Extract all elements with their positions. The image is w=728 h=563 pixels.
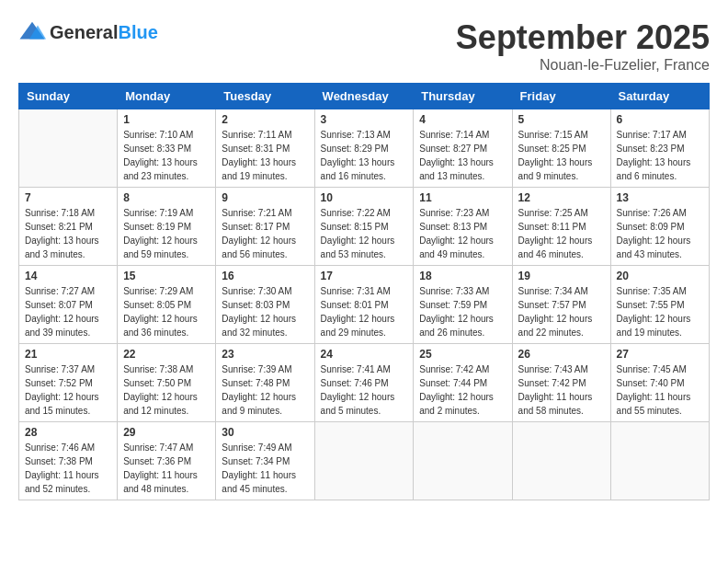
day-info: Sunrise: 7:14 AMSunset: 8:27 PMDaylight:… — [419, 128, 506, 183]
day-number: 24 — [321, 348, 408, 361]
calendar-cell: 3Sunrise: 7:13 AMSunset: 8:29 PMDaylight… — [314, 109, 414, 188]
calendar-header-thursday: Thursday — [414, 84, 512, 109]
calendar-cell: 5Sunrise: 7:15 AMSunset: 8:25 PMDaylight… — [512, 109, 610, 188]
day-number: 3 — [321, 113, 408, 126]
day-info: Sunrise: 7:45 AMSunset: 7:40 PMDaylight:… — [617, 362, 703, 418]
day-info: Sunrise: 7:43 AMSunset: 7:42 PMDaylight:… — [518, 362, 605, 418]
day-number: 28 — [25, 426, 111, 439]
calendar-cell: 16Sunrise: 7:30 AMSunset: 8:03 PMDayligh… — [216, 266, 314, 344]
calendar-header-friday: Friday — [512, 84, 610, 109]
day-info: Sunrise: 7:19 AMSunset: 8:19 PMDaylight:… — [123, 206, 210, 261]
day-number: 19 — [518, 270, 605, 282]
calendar-table: SundayMondayTuesdayWednesdayThursdayFrid… — [18, 83, 710, 500]
day-number: 4 — [419, 113, 506, 126]
logo: GeneralBlue — [18, 18, 158, 46]
day-info: Sunrise: 7:41 AMSunset: 7:46 PMDaylight:… — [321, 362, 408, 418]
calendar-week-row: 7Sunrise: 7:18 AMSunset: 8:21 PMDaylight… — [19, 188, 710, 266]
day-info: Sunrise: 7:30 AMSunset: 8:03 PMDaylight:… — [222, 284, 308, 339]
day-info: Sunrise: 7:23 AMSunset: 8:13 PMDaylight:… — [419, 206, 506, 261]
day-info: Sunrise: 7:11 AMSunset: 8:31 PMDaylight:… — [222, 128, 308, 183]
day-number: 12 — [518, 191, 605, 204]
day-number: 6 — [617, 113, 703, 126]
day-number: 29 — [123, 426, 210, 439]
day-number: 22 — [123, 348, 210, 361]
day-number: 1 — [123, 113, 210, 126]
calendar-cell: 24Sunrise: 7:41 AMSunset: 7:46 PMDayligh… — [314, 344, 414, 422]
title-block: September 2025 Nouan-le-Fuzelier, France — [456, 18, 710, 74]
calendar-week-row: 28Sunrise: 7:46 AMSunset: 7:38 PMDayligh… — [19, 422, 710, 500]
page-header: GeneralBlue September 2025 Nouan-le-Fuze… — [18, 18, 710, 74]
day-info: Sunrise: 7:10 AMSunset: 8:33 PMDaylight:… — [123, 128, 210, 183]
calendar-cell: 28Sunrise: 7:46 AMSunset: 7:38 PMDayligh… — [19, 422, 118, 500]
day-info: Sunrise: 7:25 AMSunset: 8:11 PMDaylight:… — [518, 206, 605, 261]
calendar-header-saturday: Saturday — [610, 84, 709, 109]
day-info: Sunrise: 7:47 AMSunset: 7:36 PMDaylight:… — [123, 441, 210, 496]
calendar-cell: 19Sunrise: 7:34 AMSunset: 7:57 PMDayligh… — [512, 266, 610, 344]
calendar-cell — [610, 422, 709, 500]
day-number: 14 — [25, 270, 111, 282]
calendar-cell: 22Sunrise: 7:38 AMSunset: 7:50 PMDayligh… — [118, 344, 216, 422]
logo-icon — [18, 18, 46, 46]
day-info: Sunrise: 7:33 AMSunset: 7:59 PMDaylight:… — [419, 284, 506, 339]
calendar-cell — [414, 422, 512, 500]
day-number: 16 — [222, 270, 308, 282]
day-number: 18 — [419, 270, 506, 282]
calendar-cell: 8Sunrise: 7:19 AMSunset: 8:19 PMDaylight… — [118, 188, 216, 266]
calendar-cell: 7Sunrise: 7:18 AMSunset: 8:21 PMDaylight… — [19, 188, 118, 266]
day-info: Sunrise: 7:35 AMSunset: 7:55 PMDaylight:… — [617, 284, 703, 339]
calendar-week-row: 1Sunrise: 7:10 AMSunset: 8:33 PMDaylight… — [19, 109, 710, 188]
day-number: 2 — [222, 113, 308, 126]
calendar-cell — [512, 422, 610, 500]
day-info: Sunrise: 7:29 AMSunset: 8:05 PMDaylight:… — [123, 284, 210, 339]
day-number: 8 — [123, 191, 210, 204]
calendar-cell: 10Sunrise: 7:22 AMSunset: 8:15 PMDayligh… — [314, 188, 414, 266]
calendar-week-row: 14Sunrise: 7:27 AMSunset: 8:07 PMDayligh… — [19, 266, 710, 344]
calendar-cell: 11Sunrise: 7:23 AMSunset: 8:13 PMDayligh… — [414, 188, 512, 266]
day-info: Sunrise: 7:18 AMSunset: 8:21 PMDaylight:… — [25, 206, 111, 261]
day-info: Sunrise: 7:49 AMSunset: 7:34 PMDaylight:… — [222, 441, 308, 496]
day-number: 17 — [321, 270, 408, 282]
day-info: Sunrise: 7:22 AMSunset: 8:15 PMDaylight:… — [321, 206, 408, 261]
calendar-cell — [314, 422, 414, 500]
day-number: 21 — [25, 348, 111, 361]
calendar-week-row: 21Sunrise: 7:37 AMSunset: 7:52 PMDayligh… — [19, 344, 710, 422]
day-number: 25 — [419, 348, 506, 361]
day-info: Sunrise: 7:31 AMSunset: 8:01 PMDaylight:… — [321, 284, 408, 339]
day-number: 26 — [518, 348, 605, 361]
calendar-header-row: SundayMondayTuesdayWednesdayThursdayFrid… — [19, 84, 710, 109]
calendar-cell: 13Sunrise: 7:26 AMSunset: 8:09 PMDayligh… — [610, 188, 709, 266]
calendar-cell: 23Sunrise: 7:39 AMSunset: 7:48 PMDayligh… — [216, 344, 314, 422]
calendar-title: September 2025 — [456, 18, 710, 57]
day-info: Sunrise: 7:13 AMSunset: 8:29 PMDaylight:… — [321, 128, 408, 183]
calendar-cell: 27Sunrise: 7:45 AMSunset: 7:40 PMDayligh… — [610, 344, 709, 422]
calendar-cell: 14Sunrise: 7:27 AMSunset: 8:07 PMDayligh… — [19, 266, 118, 344]
day-info: Sunrise: 7:42 AMSunset: 7:44 PMDaylight:… — [419, 362, 506, 418]
day-number: 27 — [617, 348, 703, 361]
day-info: Sunrise: 7:37 AMSunset: 7:52 PMDaylight:… — [25, 362, 111, 418]
calendar-cell: 1Sunrise: 7:10 AMSunset: 8:33 PMDaylight… — [118, 109, 216, 188]
logo-text-blue: Blue — [118, 22, 157, 42]
day-info: Sunrise: 7:26 AMSunset: 8:09 PMDaylight:… — [617, 206, 703, 261]
calendar-cell: 25Sunrise: 7:42 AMSunset: 7:44 PMDayligh… — [414, 344, 512, 422]
calendar-cell: 18Sunrise: 7:33 AMSunset: 7:59 PMDayligh… — [414, 266, 512, 344]
day-number: 15 — [123, 270, 210, 282]
day-number: 7 — [25, 191, 111, 204]
day-info: Sunrise: 7:46 AMSunset: 7:38 PMDaylight:… — [25, 441, 111, 496]
day-number: 23 — [222, 348, 308, 361]
calendar-header-tuesday: Tuesday — [216, 84, 314, 109]
day-number: 9 — [222, 191, 308, 204]
calendar-cell: 26Sunrise: 7:43 AMSunset: 7:42 PMDayligh… — [512, 344, 610, 422]
day-info: Sunrise: 7:17 AMSunset: 8:23 PMDaylight:… — [617, 128, 703, 183]
calendar-header-sunday: Sunday — [19, 84, 118, 109]
calendar-cell: 6Sunrise: 7:17 AMSunset: 8:23 PMDaylight… — [610, 109, 709, 188]
day-number: 11 — [419, 191, 506, 204]
day-number: 10 — [321, 191, 408, 204]
calendar-cell: 29Sunrise: 7:47 AMSunset: 7:36 PMDayligh… — [118, 422, 216, 500]
logo-text-general: General — [50, 22, 118, 42]
day-info: Sunrise: 7:34 AMSunset: 7:57 PMDaylight:… — [518, 284, 605, 339]
calendar-header-monday: Monday — [118, 84, 216, 109]
day-info: Sunrise: 7:38 AMSunset: 7:50 PMDaylight:… — [123, 362, 210, 418]
calendar-cell: 17Sunrise: 7:31 AMSunset: 8:01 PMDayligh… — [314, 266, 414, 344]
calendar-cell: 21Sunrise: 7:37 AMSunset: 7:52 PMDayligh… — [19, 344, 118, 422]
calendar-cell: 15Sunrise: 7:29 AMSunset: 8:05 PMDayligh… — [118, 266, 216, 344]
